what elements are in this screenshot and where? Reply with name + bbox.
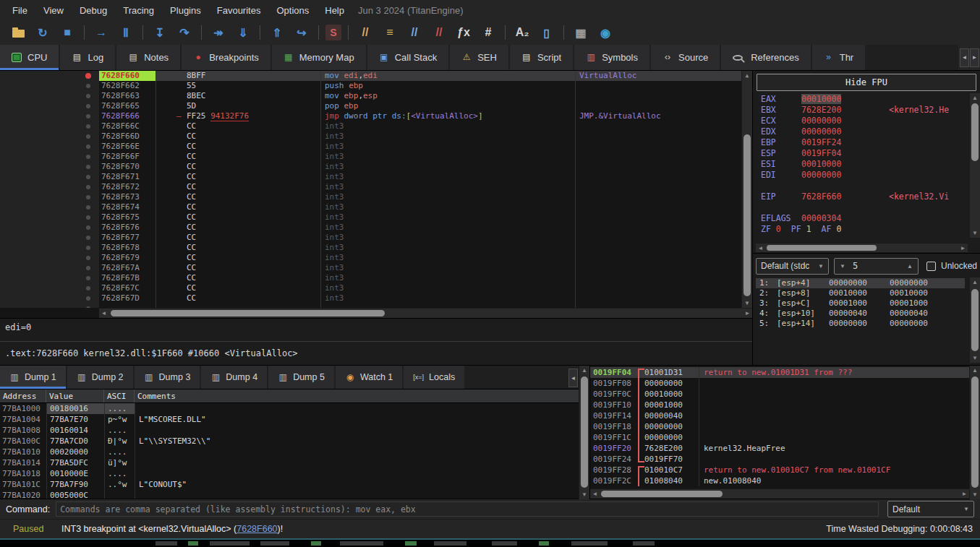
breakpoint-dot[interactable]: [86, 225, 90, 230]
register-value[interactable]: 00000304: [801, 213, 841, 223]
scroll-up-icon[interactable]: ▲: [970, 277, 980, 287]
stack-row[interactable]: 0019FF28010010C7return to new.010010C7 f…: [590, 465, 969, 475]
disassembly-row[interactable]: 7628F66255push ebp: [0, 81, 752, 91]
dump-row[interactable]: 77BA10200005000C: [0, 490, 579, 499]
register-row[interactable]: ECX00000000: [753, 116, 980, 126]
flag-value[interactable]: 1: [806, 224, 811, 234]
spinner-up-icon[interactable]: ▲: [907, 263, 913, 270]
dump-row[interactable]: 77BA100800160014....: [0, 425, 579, 436]
argument-row[interactable]: 3:[esp+C]0000100000001000: [756, 298, 965, 309]
stack-row[interactable]: 0019FF1C00000000: [590, 432, 969, 443]
disassembly-row[interactable]: 7628F67DCCint3: [0, 293, 752, 303]
stack-row[interactable]: 0019FF1800000000: [590, 421, 969, 432]
column-header-asci[interactable]: ASCI: [104, 389, 135, 402]
disassembly-row[interactable]: 7628F67CCCint3: [0, 283, 752, 293]
profile-dropdown[interactable]: Default ▼: [887, 501, 974, 517]
tab-breakpoints[interactable]: ●Breakpoints: [182, 45, 270, 70]
scrollbar-thumb[interactable]: [111, 310, 385, 316]
registers-horizontal-scrollbar[interactable]: ◄ ►: [756, 243, 968, 252]
column-header-comments[interactable]: Comments: [135, 389, 579, 402]
scroll-down-icon[interactable]: ▼: [970, 490, 980, 499]
tab-call-stack[interactable]: ▣Call Stack: [367, 45, 449, 70]
dump-row[interactable]: 77BA100C77BA7CD0Ð|°wL"\\SYSTEM32\\": [0, 436, 579, 447]
argument-row[interactable]: 5:[esp+14]0000000000000000: [756, 319, 965, 329]
register-row[interactable]: ESI00010000: [753, 159, 980, 170]
calling-convention-dropdown[interactable]: Default (stdc ▼: [756, 258, 829, 275]
scrollbar-thumb[interactable]: [971, 103, 979, 161]
toolbar-breakpoint-list-button[interactable]: //: [429, 23, 449, 42]
tab-memory-map[interactable]: ▦Memory Map: [272, 45, 366, 70]
register-row[interactable]: ESP0019FF04: [753, 148, 980, 159]
toolbar-pause-button[interactable]: Ⅱ: [116, 23, 136, 42]
argument-row[interactable]: 1:[esp+4]0000000000000000: [756, 278, 965, 288]
register-row[interactable]: ZF0PF1AF0: [753, 224, 980, 235]
tab-scroll-left-button[interactable]: ◄: [568, 369, 578, 387]
register-value[interactable]: 0019FF04: [801, 148, 841, 158]
argument-count-spinner[interactable]: ▼ 5 ▲: [834, 258, 919, 275]
toolbar-functions-button[interactable]: ƒx: [453, 23, 474, 42]
breakpoint-dot[interactable]: [86, 306, 90, 308]
argument-row[interactable]: 4:[esp+10]0000004000000040: [756, 309, 965, 319]
stack-row[interactable]: 0019FF0C00010000: [590, 389, 969, 400]
disassembly-row[interactable]: 7628F66ECCint3: [0, 142, 752, 152]
menu-favourites[interactable]: Favourites: [209, 1, 269, 20]
tab-dump-3[interactable]: ▥Dump 3: [135, 366, 200, 389]
column-header-value[interactable]: Value: [46, 389, 104, 402]
disassembly-row[interactable]: 7628F66FCCint3: [0, 152, 752, 162]
register-value[interactable]: 00010000: [801, 159, 841, 169]
argument-row[interactable]: 2:[esp+8]0001000000010000: [756, 288, 965, 298]
disassembly-row[interactable]: 7628F66CCCint3: [0, 121, 752, 132]
scroll-down-icon[interactable]: ▼: [970, 228, 980, 238]
breakpoint-dot[interactable]: [86, 266, 90, 270]
menu-tracing[interactable]: Tracing: [115, 1, 162, 20]
dump-row[interactable]: 77BA100477BA7E70p~°wL"MSCOREE.DLL": [0, 414, 579, 425]
tab-dump-5[interactable]: ▥Dump 5: [268, 366, 334, 389]
breakpoint-dot[interactable]: [86, 134, 90, 139]
breakpoint-dot[interactable]: [86, 165, 90, 169]
dump-row[interactable]: 77BA101477BA5DFCü]°w: [0, 457, 579, 468]
disassembly-row[interactable]: 7628F6608BFFmov edi,ediVirtualAlloc: [0, 71, 752, 81]
register-row[interactable]: EFLAGS00000304: [753, 213, 980, 224]
scroll-down-icon[interactable]: ▼: [742, 298, 752, 308]
register-value[interactable]: 00010000: [801, 94, 841, 104]
menu-file[interactable]: File: [4, 1, 35, 20]
tab-notes[interactable]: ▤Notes: [116, 45, 180, 70]
flag-value[interactable]: 0: [776, 224, 781, 234]
tab-script[interactable]: ▤Script: [510, 45, 573, 70]
register-row[interactable]: EDI00000000: [753, 170, 980, 181]
toolbar-comments-button[interactable]: ≡: [380, 23, 400, 42]
register-row[interactable]: EBP0019FF24: [753, 137, 980, 148]
breakpoint-dot[interactable]: [86, 94, 90, 98]
disassembly-row[interactable]: 7628F67ACCint3: [0, 263, 752, 273]
breakpoint-dot[interactable]: [86, 145, 90, 149]
stack-vertical-scrollbar[interactable]: ▲ ▼: [969, 366, 980, 499]
disassembly-row[interactable]: 7628F6638BECmov ebp,esp: [0, 91, 752, 101]
tab-thr[interactable]: »Thr: [812, 45, 866, 70]
tab-scroll-right-button[interactable]: ►: [970, 48, 979, 67]
scrollbar-thumb[interactable]: [743, 134, 751, 296]
stack-row[interactable]: 0019FF1000001000: [590, 400, 969, 410]
breakpoint-dot[interactable]: [86, 246, 90, 250]
disassembly-row[interactable]: 7628F666–FF25 94132F76jmp dword ptr ds:[…: [0, 111, 752, 121]
scroll-up-icon[interactable]: ▲: [742, 71, 752, 80]
register-row[interactable]: EDX00000000: [753, 126, 980, 137]
disassembly-row[interactable]: 7628F677CCint3: [0, 233, 752, 243]
tab-dump-4[interactable]: ▥Dump 4: [201, 366, 267, 389]
toolbar-step-out-button[interactable]: ⇑: [267, 23, 287, 42]
breakpoint-dot[interactable]: [86, 296, 90, 301]
dump-row[interactable]: 77BA100000180016....: [0, 403, 579, 414]
breakpoint-dot[interactable]: [86, 84, 90, 88]
scroll-down-icon[interactable]: ▼: [579, 490, 589, 499]
breakpoint-dot[interactable]: [86, 276, 90, 280]
breakpoint-dot[interactable]: [86, 205, 90, 210]
register-row[interactable]: EIP7628F660<kernel32.Vi: [753, 191, 980, 202]
spinner-down-icon[interactable]: ▼: [840, 263, 845, 270]
toolbar-run-button[interactable]: →: [91, 23, 111, 42]
scroll-up-icon[interactable]: ▲: [970, 366, 980, 375]
breakpoint-dot[interactable]: [86, 175, 90, 179]
register-value[interactable]: 00000000: [801, 116, 841, 126]
breakpoint-dot[interactable]: [86, 114, 90, 119]
toolbar-attach-button[interactable]: ▯: [537, 23, 557, 42]
address-link[interactable]: 7628F660: [237, 524, 277, 534]
register-value[interactable]: 7628E200: [801, 105, 841, 115]
